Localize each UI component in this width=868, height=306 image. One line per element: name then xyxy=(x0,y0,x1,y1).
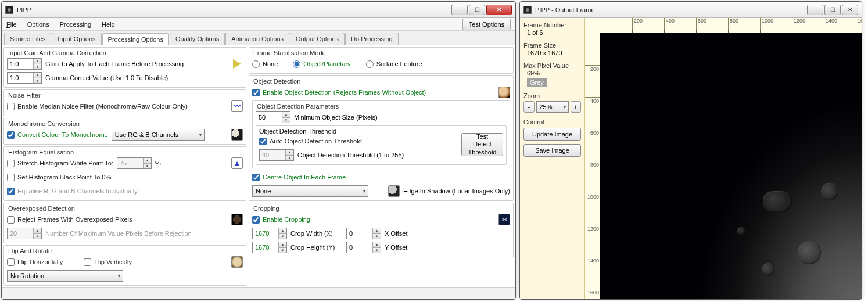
noise-legend: Noise Filter xyxy=(7,92,42,99)
down-icon: ▼ xyxy=(285,156,293,161)
group-threshold: Object Detection Threshold Auto Object D… xyxy=(256,125,507,165)
tab-output-options[interactable]: Output Options xyxy=(290,33,345,45)
down-icon[interactable]: ▼ xyxy=(278,248,286,253)
tab-animation-options[interactable]: Animation Options xyxy=(225,33,289,45)
crater-shape xyxy=(821,183,838,200)
yoff-input[interactable] xyxy=(347,242,372,253)
reject-checkbox[interactable]: Reject Frames With Overexposed Pixels xyxy=(7,216,132,224)
edge-combo[interactable]: None xyxy=(252,185,368,197)
xoff-input[interactable] xyxy=(347,228,372,239)
xoff-label: X Offset xyxy=(385,230,408,237)
save-image-button[interactable]: Save Image xyxy=(523,144,581,157)
mono-combo[interactable]: Use RG & B Channels xyxy=(112,129,205,141)
group-crop: Cropping Enable Cropping ▲▼ Crop Width (… xyxy=(249,203,514,257)
stab-surf-label: Surface Feature xyxy=(376,60,422,67)
menu-help[interactable]: Help xyxy=(102,21,115,28)
close-button[interactable]: ✕ xyxy=(486,5,512,15)
stab-surf-radio[interactable]: Surface Feature xyxy=(366,60,422,68)
up-icon[interactable]: ▲ xyxy=(33,73,41,78)
thresh-label: Object Detection Threshold (1 to 255) xyxy=(297,152,404,159)
xoff-spinner[interactable]: ▲▼ xyxy=(346,228,381,239)
up-icon[interactable]: ▲ xyxy=(282,112,290,118)
minimize-button[interactable]: — xyxy=(807,5,823,15)
down-icon[interactable]: ▼ xyxy=(143,164,151,169)
gamma-input[interactable] xyxy=(8,73,33,83)
test-options-button[interactable]: Test Options xyxy=(462,19,511,30)
down-icon: ▼ xyxy=(33,234,41,239)
flip-v-label: Flip Vertically xyxy=(94,258,132,265)
gain-input[interactable] xyxy=(8,59,33,69)
rotation-combo[interactable]: No Rotation xyxy=(7,270,123,282)
gain-legend: Input Gain And Gamma Correction xyxy=(7,49,107,56)
up-icon[interactable]: ▲ xyxy=(372,228,381,234)
group-objdet: Object Detection Enable Object Detection… xyxy=(249,75,514,201)
stretch-checkbox[interactable]: Stretch Histogram White Point To: xyxy=(7,160,113,167)
stab-none-radio[interactable]: None xyxy=(252,60,278,68)
crop-h-spinner[interactable]: ▲▼ xyxy=(252,242,287,253)
crop-h-input[interactable] xyxy=(253,242,278,253)
crop-w-spinner[interactable]: ▲▼ xyxy=(252,228,287,239)
close-button[interactable]: ✕ xyxy=(842,5,858,15)
zoom-combo[interactable]: 25% xyxy=(536,101,569,113)
maximize-button[interactable]: ☐ xyxy=(824,5,841,15)
app-icon xyxy=(5,6,13,14)
up-icon[interactable]: ▲ xyxy=(278,228,286,234)
minsize-spinner[interactable]: ▲▼ xyxy=(256,111,290,123)
group-overexposed: Overexposed Detection Reject Frames With… xyxy=(3,203,246,243)
black-checkbox[interactable]: Set Histogram Black Point To 0% xyxy=(7,174,111,181)
crater-shape xyxy=(762,263,774,276)
objdet-enable-checkbox[interactable]: Enable Object Detection (Rejects Frames … xyxy=(252,89,426,96)
group-noise: Noise Filter Enable Median Noise Filter … xyxy=(3,89,246,116)
menu-processing[interactable]: Processing xyxy=(60,21,91,28)
crop-w-input[interactable] xyxy=(253,228,278,239)
equalise-checkbox[interactable]: Equalise R, G and B Channels Individuall… xyxy=(7,188,138,195)
thresh-legend: Object Detection Threshold xyxy=(259,128,457,135)
yoff-spinner[interactable]: ▲▼ xyxy=(346,242,381,253)
maxval-spinner: ▲▼ xyxy=(7,228,42,239)
up-icon[interactable]: ▲ xyxy=(33,59,41,64)
mode-badge: Grey xyxy=(527,78,547,87)
flip-v-checkbox[interactable]: Flip Vertically xyxy=(84,258,132,266)
down-icon[interactable]: ▼ xyxy=(372,248,381,253)
gain-spinner[interactable]: ▲▼ xyxy=(7,58,42,70)
zoom-out-button[interactable]: - xyxy=(523,101,535,113)
down-icon[interactable]: ▼ xyxy=(278,234,286,239)
up-icon[interactable]: ▲ xyxy=(278,242,286,248)
menu-options[interactable]: Options xyxy=(27,21,49,28)
down-icon[interactable]: ▼ xyxy=(33,64,41,70)
zoom-in-button[interactable]: + xyxy=(571,101,582,113)
tab-source-files[interactable]: Source Files xyxy=(4,33,51,45)
light-planet-icon xyxy=(231,256,243,268)
flip-h-checkbox[interactable]: Flip Horizontally xyxy=(7,258,63,266)
centre-checkbox[interactable]: Centre Object In Each Frame xyxy=(252,174,346,181)
down-icon[interactable]: ▼ xyxy=(282,118,290,123)
down-icon[interactable]: ▼ xyxy=(372,234,381,239)
gamma-spinner[interactable]: ▲▼ xyxy=(7,72,42,84)
tab-processing-options[interactable]: Processing Options xyxy=(102,33,169,45)
menu-file[interactable]: File xyxy=(6,21,17,28)
yoff-label: Y Offset xyxy=(385,244,407,251)
stab-objplan-radio[interactable]: Object/Planetary xyxy=(293,60,350,68)
crop-enable-checkbox[interactable]: Enable Cropping xyxy=(252,216,310,224)
maximize-button[interactable]: ☐ xyxy=(469,5,485,15)
crop-h-label: Crop Height (Y) xyxy=(290,244,343,251)
tab-do-processing[interactable]: Do Processing xyxy=(345,33,399,45)
preview-canvas[interactable] xyxy=(600,33,862,299)
update-image-button[interactable]: Update Image xyxy=(523,128,581,141)
tab-quality-options[interactable]: Quality Options xyxy=(170,33,225,45)
up-icon[interactable]: ▲ xyxy=(372,242,381,248)
mono-checkbox[interactable]: Convert Colour To Monochrome xyxy=(7,131,108,139)
stretch-spinner[interactable]: ▲▼ xyxy=(117,157,152,169)
crop-legend: Cropping xyxy=(252,205,281,212)
left-column: Input Gain And Gamma Correction ▲▼ Gain … xyxy=(3,47,246,286)
gamma-label: Gamma Correct Value (Use 1.0 To Disable) xyxy=(45,74,168,81)
minsize-input[interactable] xyxy=(256,112,282,123)
minimize-button[interactable]: — xyxy=(451,5,468,15)
crater-shape xyxy=(798,241,821,264)
up-icon[interactable]: ▲ xyxy=(143,158,151,164)
auto-thresh-checkbox[interactable]: Auto Object Detection Threshold xyxy=(259,138,362,145)
tab-input-options[interactable]: Input Options xyxy=(52,33,101,45)
test-detect-button[interactable]: Test Detect Threshold xyxy=(461,133,503,156)
down-icon[interactable]: ▼ xyxy=(33,78,41,84)
noise-checkbox[interactable]: Enable Median Noise Filter (Monochrome/R… xyxy=(7,103,188,110)
